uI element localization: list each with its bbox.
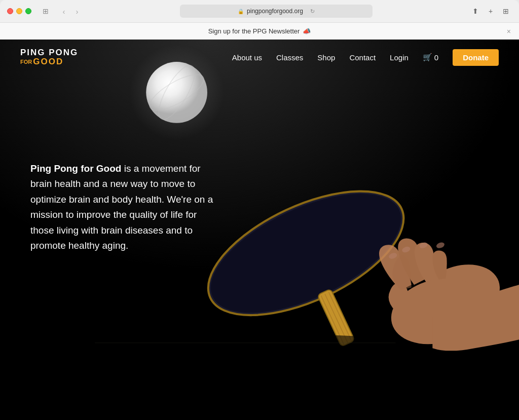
forward-button[interactable]: › (71, 5, 83, 17)
url-text: pingpongforgood.org (247, 8, 303, 15)
share-icon[interactable]: ⬆ (469, 5, 481, 17)
hero-text-body: is a movement for brain health and a new… (30, 163, 213, 251)
logo-ping-pong: PING PONG (20, 48, 78, 57)
nav-links: About us Classes Shop Contact Login 🛒 0 … (232, 49, 499, 66)
maximize-button[interactable] (25, 8, 31, 14)
nav-contact[interactable]: Contact (349, 53, 376, 62)
minimize-button[interactable] (16, 8, 22, 14)
hero-text-bold: Ping Pong for Good (30, 163, 121, 174)
notification-bar: Sign up for the PPG Newsletter 📣 × (0, 22, 519, 40)
website-content: PING PONG FOR GOOD About us Classes Shop… (0, 40, 519, 420)
security-icon: 🔒 (238, 9, 244, 14)
close-button[interactable] (7, 8, 13, 14)
hero-text: Ping Pong for Good is a movement for bra… (30, 161, 223, 253)
cart-icon: 🛒 (423, 53, 432, 62)
browser-chrome: ⊞ ‹ › 🔒 pingpongforgood.org ↻ ⬆ + ⊞ Sign… (0, 0, 519, 40)
cart-icon-wrap[interactable]: 🛒 0 (423, 53, 438, 62)
notification-emoji: 📣 (303, 27, 311, 35)
svg-point-20 (216, 335, 406, 356)
nav-shop[interactable]: Shop (317, 53, 335, 62)
notification-text: Sign up for the PPG Newsletter (208, 27, 300, 35)
site-nav: PING PONG FOR GOOD About us Classes Shop… (0, 40, 519, 75)
cart-count: 0 (434, 53, 438, 62)
nav-about[interactable]: About us (232, 53, 262, 62)
logo-good: GOOD (33, 57, 63, 67)
sidebar-toggle-icon[interactable]: ⊞ (40, 5, 52, 17)
donate-button[interactable]: Donate (453, 49, 499, 66)
address-bar[interactable]: 🔒 pingpongforgood.org ↻ (180, 5, 373, 18)
back-button[interactable]: ‹ (58, 5, 70, 17)
logo-for: FOR (20, 59, 32, 65)
nav-login[interactable]: Login (390, 53, 409, 62)
notification-close[interactable]: × (507, 27, 511, 35)
site-logo[interactable]: PING PONG FOR GOOD (20, 48, 78, 67)
new-tab-icon[interactable]: + (485, 5, 497, 17)
traffic-lights (7, 8, 31, 14)
refresh-icon[interactable]: ↻ (310, 8, 315, 15)
tabs-icon[interactable]: ⊞ (500, 5, 512, 17)
nav-classes[interactable]: Classes (276, 53, 303, 62)
